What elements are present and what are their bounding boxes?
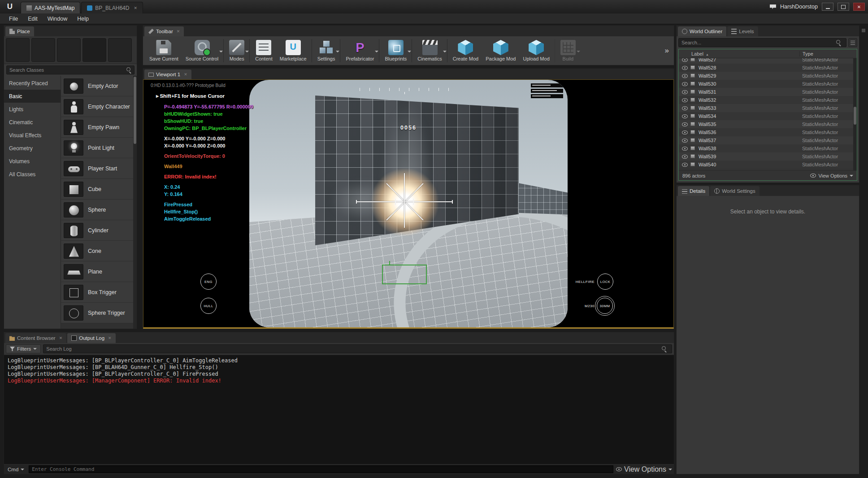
bottom-tab[interactable]: Output Log (67, 333, 115, 343)
minimize-button[interactable] (822, 3, 833, 11)
close-tab-icon[interactable] (184, 72, 187, 77)
outliner-row[interactable]: Wall540 StaticMeshActor (679, 161, 857, 169)
mode-button[interactable] (6, 38, 30, 62)
place-item[interactable]: Empty Pawn (61, 117, 133, 138)
dropdown-caret-icon[interactable] (245, 51, 249, 52)
outliner-settings-button[interactable] (848, 38, 857, 47)
place-category[interactable]: Geometry (4, 142, 61, 155)
place-category[interactable]: Basic (4, 90, 61, 103)
search-log-input[interactable] (43, 344, 672, 353)
toolbar-button[interactable]: Settings (312, 39, 339, 62)
place-item[interactable]: Player Start (61, 158, 133, 179)
close-tab-icon[interactable] (59, 336, 63, 340)
collapsed-sidebar-strip[interactable] (861, 25, 866, 474)
dropdown-caret-icon[interactable] (336, 51, 339, 52)
menu-item[interactable]: Edit (23, 15, 42, 23)
search-classes-input[interactable] (6, 65, 135, 74)
mode-button[interactable] (31, 38, 55, 62)
outliner-row[interactable]: Wall539 StaticMeshActor (679, 152, 857, 161)
toolbar-overflow-chevron-icon[interactable] (663, 46, 671, 55)
toolbar-button[interactable]: Build (555, 39, 579, 62)
outliner-row[interactable]: Wall538 StaticMeshActor (679, 144, 857, 152)
outliner-row[interactable]: Wall529 StaticMeshActor (679, 72, 857, 80)
mode-button[interactable] (57, 38, 81, 62)
place-category[interactable]: Cinematic (4, 116, 61, 129)
log-output-area[interactable]: LogBlueprintUserMessages: [BP_BLPlayerCo… (4, 355, 674, 464)
menu-item[interactable]: Window (43, 15, 72, 23)
toolbar-button[interactable]: Upload Mod (519, 39, 553, 62)
tab-toolbar[interactable]: Toolbar (144, 26, 184, 36)
outliner-view-options-button[interactable]: View Options (810, 173, 853, 178)
close-tab-icon[interactable] (108, 336, 112, 340)
toolbar-button[interactable]: Save Current (146, 39, 182, 62)
toolbar-button-label: Modes (230, 56, 244, 61)
place-item[interactable]: Sphere Trigger (61, 303, 133, 323)
place-item[interactable]: Cylinder (61, 220, 133, 241)
outliner-row[interactable]: Wall532 StaticMeshActor (679, 96, 857, 104)
document-tab[interactable]: AAS-MyTestMap (21, 2, 80, 13)
bottom-tab[interactable]: Content Browser (5, 333, 66, 343)
outliner-row[interactable]: Wall533 StaticMeshActor (679, 104, 857, 112)
place-category[interactable]: All Classes (4, 168, 61, 181)
place-item[interactable]: Plane (61, 261, 133, 282)
dropdown-caret-icon[interactable] (375, 51, 378, 52)
place-item[interactable]: Cone (61, 241, 133, 261)
toolbar-button[interactable]: Content (249, 39, 276, 62)
type-column-header[interactable]: Type (799, 51, 857, 56)
outliner-search-input[interactable] (678, 38, 846, 47)
place-item[interactable]: Cube (61, 179, 133, 200)
toolbar-button[interactable]: Package Mod (482, 39, 519, 62)
tab-viewport-1[interactable]: Viewport 1 (144, 70, 191, 79)
dropdown-caret-icon[interactable] (408, 51, 411, 52)
cmd-dropdown[interactable]: Cmd (6, 467, 26, 472)
close-button[interactable] (853, 3, 865, 11)
place-item[interactable]: Empty Character (61, 96, 133, 117)
tab-place[interactable]: Place (5, 26, 34, 36)
maximize-button[interactable] (838, 3, 849, 11)
toolbar-button[interactable]: Marketplace (276, 39, 310, 62)
details-tab[interactable]: World Settings (710, 186, 760, 196)
filters-button[interactable]: Filters (6, 344, 41, 353)
outliner-row[interactable]: Wall536 StaticMeshActor (679, 128, 857, 136)
outliner-tab[interactable]: World Outliner (678, 26, 726, 36)
close-tab-icon[interactable] (134, 6, 137, 10)
game-viewport[interactable]: 0056 ENG HULL HELLFIRE LOCK M230 30MM (143, 79, 674, 329)
toolbar-button[interactable]: Cinematics (412, 39, 445, 62)
mode-button[interactable] (82, 38, 106, 62)
toolbar-button[interactable]: Create Mod (447, 39, 482, 62)
outliner-row[interactable]: Wall531 StaticMeshActor (679, 88, 857, 96)
dropdown-caret-icon[interactable] (443, 51, 447, 52)
place-item[interactable]: Sphere (61, 200, 133, 220)
outliner-row[interactable]: Wall528 StaticMeshActor (679, 64, 857, 72)
console-command-input[interactable] (29, 465, 613, 473)
mode-button[interactable] (108, 38, 132, 62)
outliner-tab[interactable]: Levels (727, 26, 758, 36)
outliner-row[interactable]: Wall537 StaticMeshActor (679, 136, 857, 144)
place-item[interactable]: Point Light (61, 138, 133, 158)
dropdown-caret-icon[interactable] (577, 51, 580, 52)
place-items-scrollbar[interactable] (133, 76, 137, 329)
details-tab[interactable]: Details (678, 186, 709, 196)
place-category[interactable]: Visual Effects (4, 129, 61, 142)
place-category[interactable]: Recently Placed (4, 77, 61, 90)
outliner-row[interactable]: Wall530 StaticMeshActor (679, 80, 857, 88)
toolbar-button[interactable]: Modes (223, 39, 248, 62)
outliner-scrollbar[interactable] (853, 58, 857, 170)
feedback-icon[interactable] (770, 4, 776, 9)
outliner-row[interactable]: Wall527 StaticMeshActor (679, 58, 857, 64)
toolbar-button[interactable]: Prefabricator (340, 39, 378, 62)
close-tab-icon[interactable] (177, 29, 180, 34)
place-item[interactable]: Box Trigger (61, 282, 133, 303)
toolbar-button[interactable]: Source Control (182, 39, 222, 62)
toolbar-button[interactable]: Blueprints (379, 39, 410, 62)
place-category[interactable]: Volumes (4, 155, 61, 168)
outliner-row[interactable]: Wall534 StaticMeshActor (679, 112, 857, 120)
place-category[interactable]: Lights (4, 103, 61, 116)
place-item[interactable]: Empty Actor (61, 76, 133, 96)
log-view-options-button[interactable]: View Options (616, 465, 672, 474)
outliner-row[interactable]: Wall535 StaticMeshActor (679, 120, 857, 128)
menu-item[interactable]: File (4, 15, 22, 23)
menu-item[interactable]: Help (73, 15, 93, 23)
document-tab[interactable]: BP_BLAH64D (81, 2, 143, 13)
dropdown-caret-icon[interactable] (219, 51, 223, 52)
